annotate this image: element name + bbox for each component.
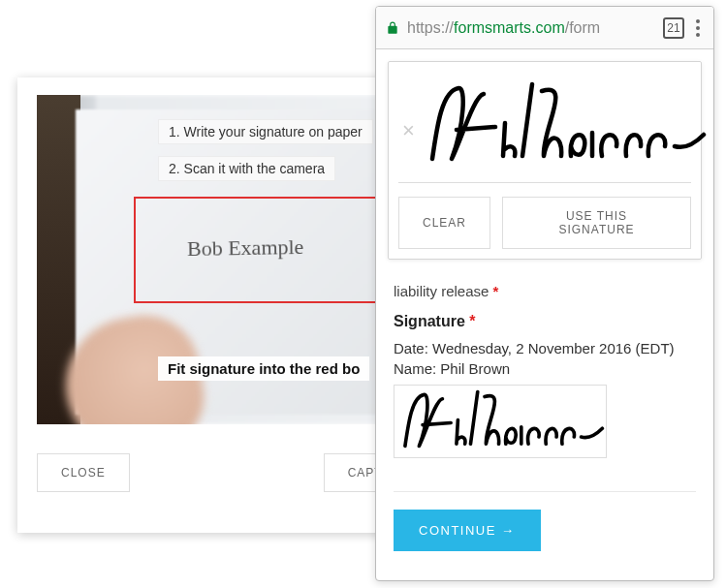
tab-count-badge[interactable]: 21: [663, 17, 684, 39]
form-content: liability release * Signature * Date: We…: [376, 271, 713, 557]
use-signature-button[interactable]: USE THIS SIGNATURE: [502, 197, 691, 249]
url-host: formsmarts.com: [454, 19, 565, 36]
scanned-signature-text: Bob Example: [187, 234, 304, 262]
required-asterisk: *: [493, 283, 499, 299]
signature-canvas[interactable]: ×: [398, 72, 691, 183]
drawn-signature: [418, 77, 709, 173]
instruction-step-2: 2. Scan it with the camera: [158, 156, 335, 181]
signature-name-line: Name: Phil Brown: [394, 360, 696, 377]
date-value: Wednesday, 2 November 2016 (EDT): [432, 340, 675, 356]
liability-field-label: liability release *: [394, 283, 696, 299]
signature-preview-image: [395, 386, 606, 457]
form-divider: [394, 491, 696, 492]
name-value: Phil Brown: [440, 360, 510, 377]
signature-draw-modal: × CLEAR USE THIS SIGNATURE: [388, 61, 702, 260]
liability-text: liability release: [394, 283, 489, 299]
fit-instruction: Fit signature into the red bo: [158, 356, 369, 381]
lock-icon: [386, 20, 399, 36]
continue-button[interactable]: CONTINUE →: [394, 510, 541, 551]
signature-section-heading: Signature *: [394, 313, 696, 330]
signature-preview-box[interactable]: [394, 385, 607, 458]
signature-heading-text: Signature: [394, 313, 465, 329]
date-label: Date:: [394, 340, 428, 356]
close-button[interactable]: CLOSE: [37, 453, 130, 492]
clear-signature-button[interactable]: CLEAR: [398, 197, 490, 249]
menu-dots-icon[interactable]: [692, 17, 704, 39]
browser-url-bar: https://formsmarts.com/form 21: [376, 7, 713, 49]
instruction-step-1: 1. Write your signature on paper: [158, 119, 373, 144]
modal-button-row: CLEAR USE THIS SIGNATURE: [398, 197, 691, 249]
url-scheme: https://: [407, 19, 454, 36]
mobile-browser-frame: https://formsmarts.com/form 21 × CLEAR U…: [375, 6, 714, 581]
close-icon[interactable]: ×: [402, 120, 415, 141]
url-text[interactable]: https://formsmarts.com/form: [407, 19, 655, 37]
url-path: /form: [565, 19, 600, 36]
required-asterisk: *: [469, 313, 475, 329]
signature-date-line: Date: Wednesday, 2 November 2016 (EDT): [394, 340, 696, 356]
name-label: Name:: [394, 360, 436, 377]
